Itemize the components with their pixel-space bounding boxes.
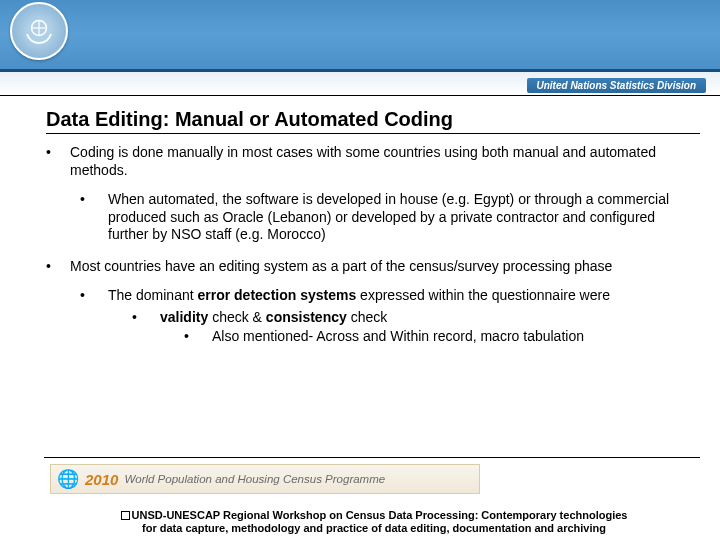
bullet-marker: • [46,144,70,179]
bullet-level1: • Coding is done manually in most cases … [46,144,700,179]
footer-attribution: UNSD-UNESCAP Regional Workshop on Census… [48,509,700,537]
census-year: 2010 [85,471,118,488]
text-run: check [347,309,387,325]
bullet-level3: • validity check & consistency check • A… [132,309,610,346]
bullet-level4: • Also mentioned- Across and Within reco… [184,328,584,346]
bullet-text: When automated, the software is develope… [108,191,694,244]
footer-divider [44,457,700,458]
text-run: expressed within the questionnaire were [356,287,610,303]
footer-line: for data capture, methodology and practi… [142,522,606,534]
text-strong: error detection systems [198,287,357,303]
bullet-text: Coding is done manually in most cases wi… [70,144,694,179]
text-strong: consistency [266,309,347,325]
text-run: The dominant [108,287,198,303]
bullet-text: The dominant error detection systems exp… [108,287,610,346]
un-emblem-logo [10,2,68,60]
census-programme-text: World Population and Housing Census Prog… [124,473,385,485]
division-label: United Nations Statistics Division [527,78,706,93]
bullet-level1: • Most countries have an editing system … [46,258,700,276]
box-bullet-icon [121,511,130,520]
slide-title: Data Editing: Manual or Automated Coding [46,108,700,134]
bullet-text: Most countries have an editing system as… [70,258,612,276]
bullet-level2: • The dominant error detection systems e… [80,287,700,346]
bullet-text: Also mentioned- Across and Within record… [212,328,584,346]
globe-icon: 🌐 [57,468,79,490]
bullet-marker: • [80,191,108,244]
globe-wreath-icon [21,13,57,49]
header-banner [0,0,720,72]
slide-content: Data Editing: Manual or Automated Coding… [46,108,700,350]
bullet-marker: • [80,287,108,346]
bullet-marker: • [132,309,160,346]
text-run: check & [208,309,266,325]
footer-line: UNSD-UNESCAP Regional Workshop on Census… [132,509,628,521]
census-programme-badge: 🌐 2010 World Population and Housing Cens… [50,464,480,494]
text-strong: validity [160,309,208,325]
bullet-marker: • [184,328,212,346]
bullet-marker: • [46,258,70,276]
bullet-level2: • When automated, the software is develo… [80,191,700,244]
bullet-text: validity check & consistency check • Als… [160,309,584,346]
